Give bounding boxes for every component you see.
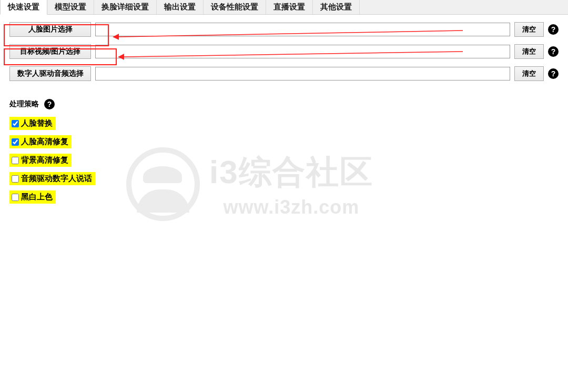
help-icon[interactable]: ? <box>548 68 559 79</box>
option-label: 黑白上色 <box>21 192 53 202</box>
option-label: 人脸替换 <box>21 118 53 128</box>
help-icon[interactable]: ? <box>548 46 559 57</box>
option-label: 音频驱动数字人说话 <box>21 174 92 184</box>
face-image-clear-button[interactable]: 清空 <box>514 22 544 37</box>
face-image-path-input[interactable] <box>95 23 510 36</box>
strategy-heading: 处理策略 ? <box>9 99 559 109</box>
drive-audio-path-input[interactable] <box>95 67 510 81</box>
strategy-heading-label: 处理策略 <box>9 99 39 109</box>
target-media-path-input[interactable] <box>95 45 510 58</box>
help-icon[interactable]: ? <box>44 99 55 109</box>
option-face-hires-checkbox[interactable] <box>12 138 19 146</box>
option-audio-drive[interactable]: 音频驱动数字人说话 <box>9 172 95 185</box>
tab-live-settings[interactable]: 直播设置 <box>266 0 313 14</box>
drive-audio-row: 数字人驱动音频选择 清空 ? <box>9 66 559 81</box>
target-media-clear-button[interactable]: 清空 <box>514 44 544 59</box>
option-label: 背景高清修复 <box>21 155 68 165</box>
option-face-hires[interactable]: 人脸高清修复 <box>9 135 72 148</box>
option-face-swap[interactable]: 人脸替换 <box>9 117 56 130</box>
tab-face-swap-detail[interactable]: 换脸详细设置 <box>94 0 157 14</box>
option-colorize-checkbox[interactable] <box>12 194 19 201</box>
tab-output-settings[interactable]: 输出设置 <box>157 0 204 14</box>
face-image-picker-button[interactable]: 人脸图片选择 <box>9 22 91 37</box>
tab-bar: 快速设置 模型设置 换脸详细设置 输出设置 设备性能设置 直播设置 其他设置 <box>0 0 568 15</box>
tab-performance[interactable]: 设备性能设置 <box>204 0 266 14</box>
drive-audio-picker-button[interactable]: 数字人驱动音频选择 <box>9 66 91 81</box>
drive-audio-clear-button[interactable]: 清空 <box>514 66 544 81</box>
tab-quick-settings[interactable]: 快速设置 <box>0 0 47 15</box>
face-image-row: 人脸图片选择 清空 ? <box>9 22 559 37</box>
tab-model-settings[interactable]: 模型设置 <box>47 0 94 14</box>
option-audio-drive-checkbox[interactable] <box>12 175 19 183</box>
target-media-picker-button[interactable]: 目标视频/图片选择 <box>9 44 91 59</box>
option-colorize[interactable]: 黑白上色 <box>9 190 56 204</box>
strategy-options: 人脸替换 人脸高清修复 背景高清修复 音频驱动数字人说话 黑白上色 <box>9 117 559 204</box>
option-face-swap-checkbox[interactable] <box>12 120 19 127</box>
option-bg-hires-checkbox[interactable] <box>12 157 19 164</box>
tab-other-settings[interactable]: 其他设置 <box>313 0 360 14</box>
target-media-row: 目标视频/图片选择 清空 ? <box>9 44 559 59</box>
option-bg-hires[interactable]: 背景高清修复 <box>9 154 72 167</box>
tab-content: 人脸图片选择 清空 ? 目标视频/图片选择 清空 ? 数字人驱动音频选择 清空 … <box>0 15 568 211</box>
help-icon[interactable]: ? <box>548 24 559 35</box>
option-label: 人脸高清修复 <box>21 137 68 147</box>
